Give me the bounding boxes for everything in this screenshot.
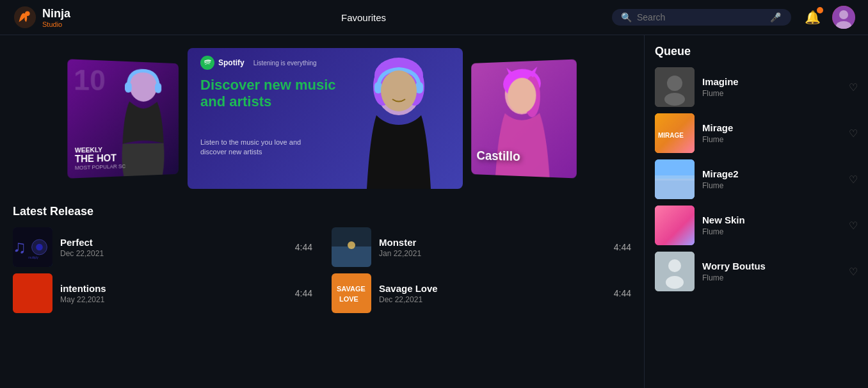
song-thumb-perfect: multiply — [13, 227, 52, 267]
carousel-slide-spotify[interactable]: Spotify Listening is everything Discover… — [188, 48, 463, 189]
heart-icon-new-skin[interactable]: ♡ — [849, 220, 858, 232]
svg-rect-26 — [332, 247, 371, 267]
queue-item-mirage[interactable]: MIRAGE Mirage Flume ♡ — [655, 113, 858, 153]
song-thumb-intentions — [13, 273, 52, 313]
song-date-savage-love: Dec 22,2021 — [379, 295, 606, 304]
user-avatar[interactable] — [832, 6, 855, 29]
svg-rect-42 — [655, 206, 695, 245]
song-name-intentions: intentions — [60, 283, 287, 294]
heart-icon-mirage2[interactable]: ♡ — [849, 174, 858, 186]
search-area[interactable]: 🔍 🎤 — [612, 9, 791, 26]
queue-thumb-new-skin — [655, 206, 695, 245]
svg-point-35 — [664, 93, 685, 106]
svg-point-14 — [381, 70, 417, 111]
queue-song-name-imagine: Imagine — [702, 76, 841, 87]
song-item-savage-love[interactable]: SAVAGE LOVE Savage Love Dec 22,2021 4:44 — [332, 273, 631, 313]
queue-info-worry-boutus: Worry Boutus Flume — [702, 261, 841, 282]
svg-text:LOVE: LOVE — [339, 295, 358, 303]
nav-favourites[interactable]: Favourites — [332, 9, 396, 26]
search-input[interactable] — [637, 12, 765, 22]
song-thumb-savage-love: SAVAGE LOVE — [332, 273, 371, 313]
header: Ninja Studio Favourites 🔍 🎤 🔔 — [0, 0, 868, 35]
svg-text:multiply: multiply — [28, 256, 38, 259]
song-name-savage-love: Savage Love — [379, 283, 606, 294]
queue-song-name-new-skin: New Skin — [702, 214, 841, 225]
queue-info-new-skin: New Skin Flume — [702, 214, 841, 236]
discover-subtext: Listen to the music you love and discove… — [200, 138, 328, 158]
search-icon: 🔍 — [621, 12, 632, 22]
queue-item-mirage2[interactable]: Mirage2 Flume ♡ — [655, 159, 858, 199]
queue-artist-new-skin: Flume — [702, 227, 841, 236]
queue-thumb-worry-boutus — [655, 252, 695, 291]
queue-song-name-mirage2: Mirage2 — [702, 168, 841, 179]
svg-rect-40 — [655, 179, 695, 199]
queue-artist-worry-boutus: Flume — [702, 273, 841, 282]
svg-point-34 — [667, 76, 682, 91]
castillo-name: Castillo — [477, 148, 520, 164]
carousel-slide-castillo[interactable]: Castillo — [471, 59, 577, 178]
queue-item-imagine[interactable]: Imagine Flume ♡ — [655, 67, 858, 107]
song-info-perfect: Perfect Dec 22,2021 — [60, 237, 287, 258]
song-info-savage-love: Savage Love Dec 22,2021 — [379, 283, 606, 304]
heart-icon-mirage[interactable]: ♡ — [849, 127, 858, 140]
song-thumb-monster — [332, 227, 371, 267]
latest-release-title: Latest Release — [13, 205, 631, 218]
song-date-perfect: Dec 22,2021 — [60, 249, 287, 258]
song-name-monster: Monster — [379, 237, 606, 248]
svg-rect-30 — [332, 273, 371, 313]
logo-text: Ninja Studio — [42, 7, 70, 28]
spotify-tagline: Listening is everything — [253, 60, 317, 67]
queue-info-mirage: Mirage Flume — [702, 122, 841, 144]
queue-artist-mirage2: Flume — [702, 181, 841, 190]
queue-artist-mirage: Flume — [702, 135, 841, 144]
svg-rect-29 — [13, 273, 52, 313]
queue-item-worry-boutus[interactable]: Worry Boutus Flume ♡ — [655, 252, 858, 291]
song-duration-intentions: 4:44 — [295, 288, 312, 298]
svg-text:SAVAGE: SAVAGE — [337, 285, 366, 293]
mic-icon[interactable]: 🎤 — [770, 12, 781, 22]
queue-thumb-imagine — [655, 67, 695, 107]
songs-grid: multiply Perfect Dec 22,2021 4:44 — [13, 227, 631, 313]
svg-point-1 — [25, 12, 30, 17]
nav-area: Favourites — [115, 9, 612, 26]
song-info-monster: Monster Jan 22,2021 — [379, 237, 606, 258]
logo-title: Ninja — [42, 7, 70, 20]
queue-thumb-mirage2 — [655, 159, 695, 199]
song-duration-monster: 4:44 — [614, 242, 631, 252]
latest-release-section: Latest Release multiply — [13, 205, 631, 313]
queue-song-name-worry-boutus: Worry Boutus — [702, 261, 841, 271]
svg-point-44 — [668, 259, 681, 272]
queue-info-mirage2: Mirage2 Flume — [702, 168, 841, 190]
svg-point-3 — [839, 10, 848, 19]
left-panel: 10 Weekly THE HOT MOST POPULAR SC — [0, 35, 644, 388]
person-svg-center — [335, 51, 463, 189]
thumb-art-perfect: multiply — [13, 227, 52, 267]
svg-point-27 — [348, 241, 355, 249]
song-date-monster: Jan 22,2021 — [379, 249, 606, 258]
svg-rect-7 — [155, 83, 161, 93]
queue-item-new-skin[interactable]: New Skin Flume ♡ — [655, 206, 858, 245]
song-item-monster[interactable]: Monster Jan 22,2021 4:44 — [332, 227, 631, 267]
song-info-intentions: intentions May 22,2021 — [60, 283, 287, 304]
bell-button[interactable]: 🔔 — [805, 10, 821, 25]
queue-thumb-mirage: MIRAGE — [655, 113, 695, 153]
carousel-slide-hot[interactable]: 10 Weekly THE HOT MOST POPULAR SC — [67, 59, 179, 179]
heart-icon-worry-boutus[interactable]: ♡ — [849, 266, 858, 278]
notification-badge — [817, 7, 823, 13]
main-content: 10 Weekly THE HOT MOST POPULAR SC — [0, 35, 868, 388]
header-right: 🔔 — [791, 6, 855, 29]
song-item-perfect[interactable]: multiply Perfect Dec 22,2021 4:44 — [13, 227, 312, 267]
center-slide-person — [335, 51, 463, 189]
ninja-logo-icon — [13, 5, 37, 29]
song-duration-perfect: 4:44 — [295, 242, 312, 252]
discover-headline: Discover new music and artists — [200, 77, 341, 111]
logo-area: Ninja Studio — [13, 5, 115, 29]
song-item-intentions[interactable]: intentions May 22,2021 4:44 — [13, 273, 312, 313]
svg-point-45 — [666, 276, 684, 289]
queue-song-name-mirage: Mirage — [702, 122, 841, 133]
logo-subtitle: Studio — [42, 20, 70, 28]
svg-rect-6 — [125, 81, 132, 92]
heart-icon-imagine[interactable]: ♡ — [849, 81, 858, 93]
song-duration-savage-love: 4:44 — [614, 288, 631, 298]
queue-artist-imagine: Flume — [702, 89, 841, 98]
